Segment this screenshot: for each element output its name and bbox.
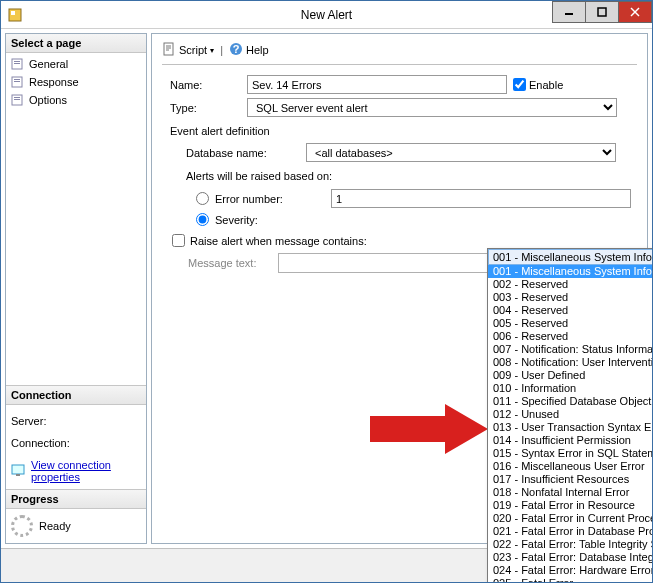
enable-label: Enable bbox=[529, 79, 563, 91]
connection-icon bbox=[11, 463, 27, 479]
message-text-label: Message text: bbox=[188, 257, 278, 269]
toolbar: Script ▾ | ? Help bbox=[162, 40, 637, 65]
error-number-radio[interactable] bbox=[196, 192, 209, 205]
error-number-label: Error number: bbox=[215, 193, 321, 205]
close-button[interactable] bbox=[618, 1, 652, 23]
database-name-label: Database name: bbox=[186, 147, 306, 159]
severity-option[interactable]: 014 - Insufficient Permission bbox=[488, 434, 653, 447]
script-button[interactable]: Script ▾ bbox=[162, 42, 214, 58]
right-panel: Script ▾ | ? Help Name: Enable Type: SQL… bbox=[151, 33, 648, 544]
svg-rect-10 bbox=[14, 79, 20, 80]
severity-option[interactable]: 011 - Specified Database Object Not Foun… bbox=[488, 395, 653, 408]
severity-option[interactable]: 004 - Reserved bbox=[488, 304, 653, 317]
toolbar-separator: | bbox=[220, 44, 223, 56]
page-item-options[interactable]: Options bbox=[8, 91, 144, 109]
severity-option[interactable]: 019 - Fatal Error in Resource bbox=[488, 499, 653, 512]
help-label: Help bbox=[246, 44, 269, 56]
progress-header: Progress bbox=[6, 490, 146, 509]
svg-rect-17 bbox=[164, 43, 173, 55]
window-controls bbox=[553, 1, 652, 23]
severity-option[interactable]: 018 - Nonfatal Internal Error bbox=[488, 486, 653, 499]
server-label: Server: bbox=[11, 415, 141, 427]
svg-rect-16 bbox=[16, 474, 20, 476]
svg-rect-1 bbox=[11, 11, 15, 15]
page-item-general[interactable]: General bbox=[8, 55, 144, 73]
severity-option[interactable]: 006 - Reserved bbox=[488, 330, 653, 343]
severity-label: Severity: bbox=[215, 214, 321, 226]
name-label: Name: bbox=[162, 79, 247, 91]
severity-option[interactable]: 010 - Information bbox=[488, 382, 653, 395]
progress-spinner-icon bbox=[11, 515, 33, 537]
svg-rect-14 bbox=[14, 99, 20, 100]
type-select[interactable]: SQL Server event alert bbox=[247, 98, 617, 117]
enable-checkbox[interactable] bbox=[513, 78, 526, 91]
severity-option[interactable]: 020 - Fatal Error in Current Process bbox=[488, 512, 653, 525]
severity-option[interactable]: 003 - Reserved bbox=[488, 291, 653, 304]
page-label: General bbox=[29, 58, 68, 70]
severity-option[interactable]: 009 - User Defined bbox=[488, 369, 653, 382]
page-item-response[interactable]: Response bbox=[8, 73, 144, 91]
svg-rect-13 bbox=[14, 97, 20, 98]
severity-option-list[interactable]: 001 - Miscellaneous System Information00… bbox=[488, 265, 653, 583]
severity-option[interactable]: 015 - Syntax Error in SQL Statements bbox=[488, 447, 653, 460]
severity-option[interactable]: 007 - Notification: Status Information bbox=[488, 343, 653, 356]
titlebar: New Alert bbox=[1, 1, 652, 29]
svg-rect-7 bbox=[14, 61, 20, 62]
severity-dropdown-header[interactable]: 001 - Miscellaneous System Information ⌄ bbox=[488, 249, 653, 265]
maximize-button[interactable] bbox=[585, 1, 619, 23]
connection-label: Connection: bbox=[11, 437, 141, 449]
help-button[interactable]: ? Help bbox=[229, 42, 269, 58]
window-title: New Alert bbox=[301, 8, 352, 22]
error-number-input[interactable] bbox=[331, 189, 631, 208]
type-label: Type: bbox=[162, 102, 247, 114]
chevron-down-icon: ▾ bbox=[210, 46, 214, 55]
minimize-button[interactable] bbox=[552, 1, 586, 23]
severity-option[interactable]: 021 - Fatal Error in Database Processes bbox=[488, 525, 653, 538]
database-name-select[interactable]: <all databases> bbox=[306, 143, 616, 162]
severity-option[interactable]: 024 - Fatal Error: Hardware Error bbox=[488, 564, 653, 577]
severity-option[interactable]: 013 - User Transaction Syntax Error bbox=[488, 421, 653, 434]
page-icon bbox=[11, 93, 25, 107]
severity-option[interactable]: 008 - Notification: User Intervention Re… bbox=[488, 356, 653, 369]
annotation-arrow-icon bbox=[370, 404, 490, 456]
raise-when-message-label: Raise alert when message contains: bbox=[190, 235, 367, 247]
connection-header: Connection bbox=[6, 386, 146, 405]
page-label: Options bbox=[29, 94, 67, 106]
svg-marker-20 bbox=[370, 404, 488, 454]
page-icon bbox=[11, 75, 25, 89]
progress-status: Ready bbox=[39, 520, 71, 532]
left-panel: Select a page General Response Options C… bbox=[5, 33, 147, 544]
severity-option[interactable]: 005 - Reserved bbox=[488, 317, 653, 330]
select-page-header: Select a page bbox=[6, 34, 146, 53]
page-list: General Response Options bbox=[6, 53, 146, 111]
severity-option[interactable]: 023 - Fatal Error: Database Integrity Su… bbox=[488, 551, 653, 564]
svg-rect-11 bbox=[14, 81, 20, 82]
page-icon bbox=[11, 57, 25, 71]
severity-option[interactable]: 001 - Miscellaneous System Information bbox=[488, 265, 653, 278]
svg-rect-15 bbox=[12, 465, 24, 474]
view-connection-properties-link[interactable]: View connection properties bbox=[11, 459, 141, 483]
severity-dropdown[interactable]: 001 - Miscellaneous System Information ⌄… bbox=[487, 248, 653, 583]
connection-link-text[interactable]: View connection properties bbox=[31, 459, 141, 483]
severity-radio[interactable] bbox=[196, 213, 209, 226]
page-label: Response bbox=[29, 76, 79, 88]
event-alert-definition-label: Event alert definition bbox=[162, 121, 637, 139]
severity-option[interactable]: 016 - Miscellaneous User Error bbox=[488, 460, 653, 473]
svg-rect-8 bbox=[14, 63, 20, 64]
severity-option[interactable]: 017 - Insufficient Resources bbox=[488, 473, 653, 486]
help-icon: ? bbox=[229, 42, 243, 58]
script-label: Script bbox=[179, 44, 207, 56]
raise-when-message-checkbox[interactable] bbox=[172, 234, 185, 247]
app-icon bbox=[7, 7, 23, 23]
severity-selected: 001 - Miscellaneous System Information bbox=[493, 251, 653, 263]
script-icon bbox=[162, 42, 176, 58]
name-input[interactable] bbox=[247, 75, 507, 94]
severity-option[interactable]: 025 - Fatal Error bbox=[488, 577, 653, 583]
svg-rect-3 bbox=[598, 8, 606, 16]
severity-option[interactable]: 002 - Reserved bbox=[488, 278, 653, 291]
severity-option[interactable]: 012 - Unused bbox=[488, 408, 653, 421]
based-on-label: Alerts will be raised based on: bbox=[162, 166, 637, 184]
severity-option[interactable]: 022 - Fatal Error: Table Integrity Suspe… bbox=[488, 538, 653, 551]
svg-text:?: ? bbox=[233, 43, 240, 55]
